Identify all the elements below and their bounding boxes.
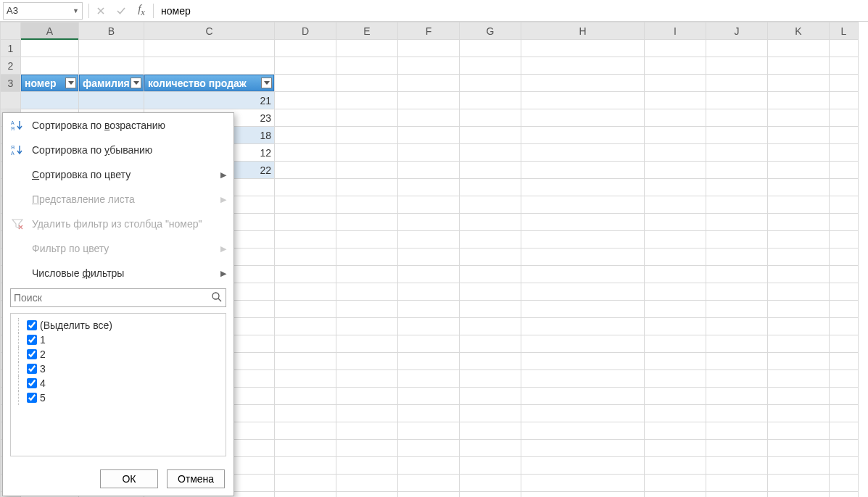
cell[interactable] bbox=[398, 179, 460, 196]
cell[interactable] bbox=[398, 301, 460, 318]
cell[interactable] bbox=[460, 127, 521, 144]
cell[interactable] bbox=[521, 335, 645, 353]
cell[interactable] bbox=[398, 405, 460, 422]
cell[interactable] bbox=[460, 370, 521, 388]
column-header-G[interactable]: G bbox=[460, 22, 521, 40]
cell[interactable] bbox=[768, 127, 830, 144]
filter-value-item[interactable]: 5 bbox=[14, 390, 223, 405]
filter-value-item[interactable]: 3 bbox=[14, 362, 223, 376]
cell[interactable] bbox=[398, 318, 460, 335]
cell[interactable] bbox=[768, 231, 830, 248]
cell[interactable] bbox=[275, 388, 336, 405]
cell[interactable] bbox=[645, 388, 706, 405]
cell[interactable] bbox=[398, 266, 460, 283]
cell[interactable] bbox=[830, 179, 859, 196]
cell[interactable] bbox=[275, 231, 336, 248]
cell[interactable] bbox=[275, 405, 336, 422]
cell[interactable] bbox=[768, 301, 830, 318]
cell[interactable] bbox=[460, 475, 521, 492]
cell[interactable] bbox=[645, 179, 706, 196]
cell[interactable] bbox=[706, 440, 768, 457]
cell[interactable] bbox=[706, 162, 768, 179]
cell[interactable] bbox=[275, 370, 336, 388]
cell[interactable] bbox=[830, 57, 859, 75]
cell[interactable] bbox=[706, 370, 768, 388]
filter-dropdown-button[interactable] bbox=[65, 78, 76, 88]
cell[interactable] bbox=[645, 266, 706, 283]
cell[interactable] bbox=[336, 266, 398, 283]
cell[interactable] bbox=[830, 248, 859, 266]
cell[interactable] bbox=[768, 440, 830, 457]
cell[interactable] bbox=[336, 283, 398, 301]
cell[interactable] bbox=[706, 301, 768, 318]
cell[interactable] bbox=[706, 475, 768, 492]
filter-checkbox[interactable] bbox=[27, 393, 37, 403]
cell[interactable] bbox=[645, 57, 706, 75]
cell[interactable] bbox=[398, 457, 460, 475]
column-header-I[interactable]: I bbox=[645, 22, 706, 40]
insert-function-button[interactable]: fx bbox=[131, 2, 152, 20]
cell[interactable] bbox=[521, 162, 645, 179]
cell[interactable] bbox=[460, 40, 521, 57]
cell[interactable] bbox=[521, 422, 645, 440]
cell[interactable] bbox=[275, 40, 336, 57]
cell[interactable] bbox=[645, 370, 706, 388]
cell[interactable] bbox=[706, 75, 768, 92]
cell[interactable] bbox=[79, 57, 144, 75]
cell[interactable] bbox=[706, 231, 768, 248]
cell[interactable] bbox=[768, 388, 830, 405]
cell[interactable] bbox=[398, 492, 460, 498]
formula-input[interactable] bbox=[155, 2, 868, 20]
cell[interactable] bbox=[275, 283, 336, 301]
cell[interactable] bbox=[706, 335, 768, 353]
cell[interactable] bbox=[275, 422, 336, 440]
filter-checkbox[interactable] bbox=[27, 378, 37, 388]
cell[interactable] bbox=[645, 283, 706, 301]
cell[interactable] bbox=[460, 214, 521, 231]
cell[interactable] bbox=[398, 196, 460, 214]
cell[interactable] bbox=[521, 179, 645, 196]
cell[interactable] bbox=[398, 248, 460, 266]
cell[interactable] bbox=[645, 353, 706, 370]
column-header-K[interactable]: K bbox=[768, 22, 830, 40]
cell[interactable] bbox=[830, 214, 859, 231]
cell[interactable] bbox=[830, 127, 859, 144]
cell[interactable] bbox=[830, 457, 859, 475]
cell[interactable] bbox=[645, 492, 706, 498]
cell[interactable] bbox=[768, 457, 830, 475]
cell[interactable] bbox=[398, 422, 460, 440]
cell[interactable] bbox=[521, 144, 645, 162]
sort-ascending-item[interactable]: АЯ Сортировка по возрастанию bbox=[3, 113, 233, 138]
cell[interactable] bbox=[460, 457, 521, 475]
cell[interactable] bbox=[336, 335, 398, 353]
cell[interactable] bbox=[645, 196, 706, 214]
cell[interactable] bbox=[336, 422, 398, 440]
cell[interactable] bbox=[398, 231, 460, 248]
cell[interactable] bbox=[706, 57, 768, 75]
cell[interactable] bbox=[336, 127, 398, 144]
cell[interactable] bbox=[521, 248, 645, 266]
cell[interactable] bbox=[460, 196, 521, 214]
cell[interactable] bbox=[768, 492, 830, 498]
cell[interactable] bbox=[521, 405, 645, 422]
cell[interactable] bbox=[79, 40, 144, 57]
cell[interactable] bbox=[336, 75, 398, 92]
cell[interactable] bbox=[521, 353, 645, 370]
cell[interactable] bbox=[706, 388, 768, 405]
cell[interactable] bbox=[768, 92, 830, 109]
cell[interactable] bbox=[275, 92, 336, 109]
row-header-2[interactable]: 2 bbox=[1, 57, 21, 75]
cell[interactable] bbox=[398, 92, 460, 109]
filter-dropdown-button[interactable] bbox=[261, 78, 272, 88]
column-header-A[interactable]: A bbox=[21, 22, 79, 40]
cell[interactable] bbox=[768, 405, 830, 422]
cell[interactable] bbox=[336, 144, 398, 162]
cell[interactable] bbox=[706, 214, 768, 231]
cell[interactable] bbox=[144, 57, 275, 75]
cell[interactable] bbox=[706, 144, 768, 162]
filter-checkbox[interactable] bbox=[27, 349, 37, 359]
cell[interactable] bbox=[706, 40, 768, 57]
cell[interactable] bbox=[275, 440, 336, 457]
cell[interactable] bbox=[830, 109, 859, 127]
cell[interactable] bbox=[706, 248, 768, 266]
